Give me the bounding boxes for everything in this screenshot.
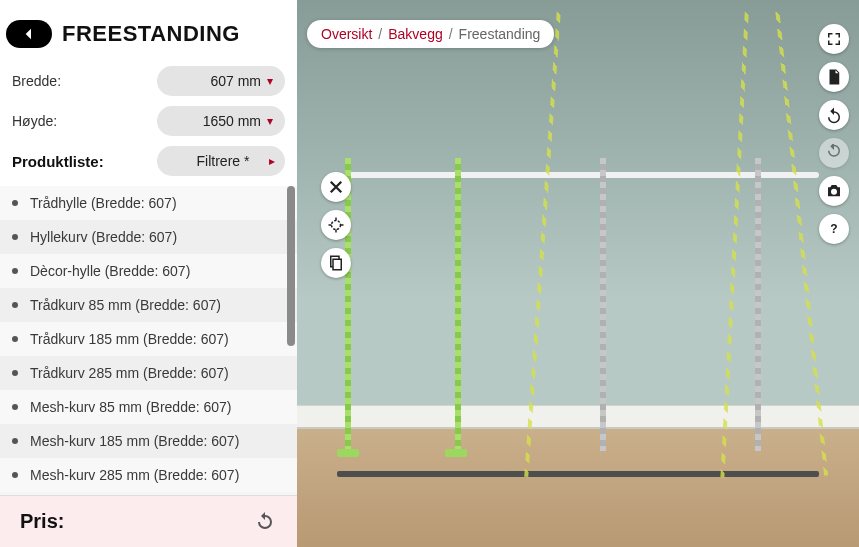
list-item[interactable]: Hyllekurv (Bredde: 607) xyxy=(0,220,297,254)
copy-button[interactable] xyxy=(321,248,351,278)
help-icon: ? xyxy=(825,220,843,238)
height-label: Høyde: xyxy=(12,113,57,129)
scrollbar-thumb[interactable] xyxy=(287,186,295,346)
list-item[interactable]: Trådkurv 285 mm (Bredde: 607) xyxy=(0,356,297,390)
list-item-label: Dècor-hylle (Bredde: 607) xyxy=(30,263,190,279)
chevron-down-icon: ▾ xyxy=(267,75,273,87)
bullet-icon xyxy=(12,370,18,376)
bullet-icon xyxy=(12,472,18,478)
upright-2 xyxy=(455,158,461,451)
rack-assembly xyxy=(345,158,819,451)
camera-icon xyxy=(825,182,843,200)
rack-top-bar xyxy=(345,172,819,178)
price-label: Pris: xyxy=(20,510,64,533)
breadcrumb-l2[interactable]: Bakvegg xyxy=(388,26,442,42)
bullet-icon xyxy=(12,200,18,206)
fullscreen-button[interactable] xyxy=(819,24,849,54)
width-label: Bredde: xyxy=(12,73,61,89)
list-item-label: Trådhylle (Bredde: 607) xyxy=(30,195,177,211)
undo-icon xyxy=(825,106,843,124)
breadcrumb: Oversikt / Bakvegg / Freestanding xyxy=(307,20,554,48)
list-item-label: Mesh-kurv 85 mm (Bredde: 607) xyxy=(30,399,232,415)
product-list-wrap: Trådhylle (Bredde: 607)Hyllekurv (Bredde… xyxy=(0,186,297,495)
chevron-left-icon xyxy=(21,26,37,42)
sidebar-header-area: FREESTANDING Bredde: 607 mm ▾ Høyde: 165… xyxy=(0,0,297,186)
guide-1 xyxy=(524,8,561,477)
target-button[interactable] xyxy=(321,210,351,240)
list-item-label: Trådkurv 185 mm (Bredde: 607) xyxy=(30,331,229,347)
filter-row: Produktliste: Filtrere * ▸ xyxy=(12,146,285,176)
guide-2 xyxy=(720,8,749,478)
document-button[interactable] xyxy=(819,62,849,92)
bullet-icon xyxy=(12,404,18,410)
bullet-icon xyxy=(12,302,18,308)
list-item[interactable]: Trådkurv 85 mm (Bredde: 607) xyxy=(0,288,297,322)
width-value: 607 mm xyxy=(210,73,261,89)
document-icon xyxy=(825,68,843,86)
floor-rail xyxy=(337,471,819,477)
svg-point-1 xyxy=(332,221,341,230)
breadcrumb-sep: / xyxy=(378,26,382,42)
height-value: 1650 mm xyxy=(203,113,261,129)
sidebar-header: FREESTANDING xyxy=(0,8,297,60)
bullet-icon xyxy=(12,438,18,444)
controls: Bredde: 607 mm ▾ Høyde: 1650 mm ▾ Produk… xyxy=(0,60,297,176)
bullet-icon xyxy=(12,234,18,240)
list-item-label: Hyllekurv (Bredde: 607) xyxy=(30,229,177,245)
breadcrumb-sep: / xyxy=(449,26,453,42)
copy-icon xyxy=(327,254,345,272)
viewport-tools-right: ? xyxy=(819,24,849,244)
refresh-icon xyxy=(253,509,277,533)
viewport-3d[interactable]: Oversikt / Bakvegg / Freestanding ? xyxy=(297,0,859,547)
product-list[interactable]: Trådhylle (Bredde: 607)Hyllekurv (Bredde… xyxy=(0,186,297,495)
bullet-icon xyxy=(12,336,18,342)
width-select[interactable]: 607 mm ▾ xyxy=(157,66,285,96)
app-root: FREESTANDING Bredde: 607 mm ▾ Høyde: 165… xyxy=(0,0,859,547)
list-item-label: Mesh-kurv 185 mm (Bredde: 607) xyxy=(30,433,239,449)
refresh-button[interactable] xyxy=(253,509,279,535)
list-item[interactable]: Dècor-hylle (Bredde: 607) xyxy=(0,254,297,288)
list-item[interactable]: Mesh-kurv 85 mm (Bredde: 607) xyxy=(0,390,297,424)
foot-1 xyxy=(337,449,359,457)
close-button[interactable] xyxy=(321,172,351,202)
redo-button[interactable] xyxy=(819,138,849,168)
svg-text:?: ? xyxy=(830,222,837,236)
fullscreen-icon xyxy=(825,30,843,48)
sidebar: FREESTANDING Bredde: 607 mm ▾ Høyde: 165… xyxy=(0,0,297,547)
bullet-icon xyxy=(12,268,18,274)
redo-icon xyxy=(825,144,843,162)
chevron-right-icon: ▸ xyxy=(269,155,275,167)
chevron-down-icon: ▾ xyxy=(267,115,273,127)
list-item[interactable]: Trådkurv 185 mm (Bredde: 607) xyxy=(0,322,297,356)
help-button[interactable]: ? xyxy=(819,214,849,244)
upright-4 xyxy=(755,158,761,451)
list-item[interactable]: Mesh-kurv 285 mm (Bredde: 607) xyxy=(0,458,297,492)
list-item-label: Mesh-kurv 285 mm (Bredde: 607) xyxy=(30,467,239,483)
undo-button[interactable] xyxy=(819,100,849,130)
list-item[interactable]: Trådhylle (Bredde: 607) xyxy=(0,186,297,220)
viewport-tools-left xyxy=(321,172,351,278)
foot-2 xyxy=(445,449,467,457)
svg-rect-3 xyxy=(333,259,341,270)
camera-button[interactable] xyxy=(819,176,849,206)
breadcrumb-l1[interactable]: Oversikt xyxy=(321,26,372,42)
back-button[interactable] xyxy=(6,20,52,48)
breadcrumb-current: Freestanding xyxy=(459,26,541,42)
list-item-label: Trådkurv 285 mm (Bredde: 607) xyxy=(30,365,229,381)
productlist-label: Produktliste: xyxy=(12,153,104,170)
page-title: FREESTANDING xyxy=(62,21,240,47)
filter-value: Filtrere * xyxy=(197,153,250,169)
close-icon xyxy=(327,178,345,196)
sidebar-footer: Pris: xyxy=(0,495,297,547)
list-item[interactable]: Mesh-kurv 185 mm (Bredde: 607) xyxy=(0,424,297,458)
filter-select[interactable]: Filtrere * ▸ xyxy=(157,146,285,176)
height-row: Høyde: 1650 mm ▾ xyxy=(12,106,285,136)
list-item-label: Trådkurv 85 mm (Bredde: 607) xyxy=(30,297,221,313)
height-select[interactable]: 1650 mm ▾ xyxy=(157,106,285,136)
target-icon xyxy=(327,216,345,234)
width-row: Bredde: 607 mm ▾ xyxy=(12,66,285,96)
upright-3 xyxy=(600,158,606,451)
